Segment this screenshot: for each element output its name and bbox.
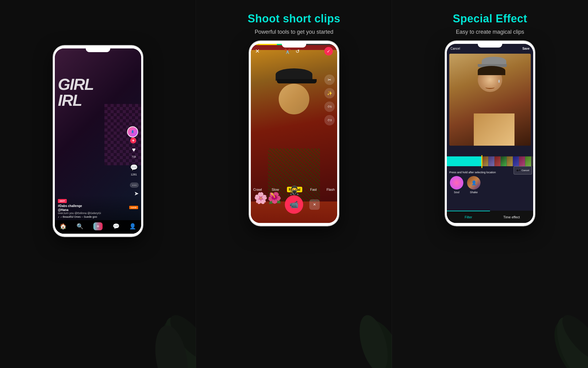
gallery-button[interactable]: ✕ (309, 199, 320, 210)
right-panel-header: Special Effect Easy to create magical cl… (453, 0, 527, 41)
like-icon-item[interactable]: ♥ 71k (129, 145, 139, 158)
nav-add-button[interactable]: + (93, 222, 102, 230)
thumb-4 (501, 156, 507, 166)
cap-top (276, 68, 312, 81)
bottom-nav: 🏠 🔍 + 💬 👤 (55, 220, 141, 234)
speed-fast[interactable]: Fast (308, 187, 318, 192)
comment-count: 1281 (131, 173, 137, 176)
cancel-x-icon[interactable]: ✕ (313, 202, 316, 207)
speed-crawl[interactable]: Crawl (251, 187, 264, 192)
cap-brim (277, 79, 317, 83)
video-preview-area (449, 54, 531, 146)
camera-capture-area: 📹 ✕ (251, 195, 337, 214)
center-panel-header: Shoot short clips Powerful tools to get … (248, 0, 341, 41)
panel-right: Special Effect Easy to create magical cl… (392, 0, 588, 368)
camera-confirm-button[interactable]: ✓ (324, 47, 333, 56)
phone-screen-left: GIRLIRL 👤 + ♥ 71k 💬 1281 (55, 48, 141, 234)
timeline-thumbnails (482, 156, 533, 166)
like-count: 71k (132, 155, 136, 158)
effects-cancel-small-button[interactable]: ↩ Cancel (514, 166, 532, 174)
tool-timer3[interactable]: ⏱3 (324, 115, 335, 125)
preview-hair (478, 66, 505, 75)
thumb-1 (482, 156, 488, 166)
tab-filter[interactable]: Filter (447, 211, 490, 223)
nav-home[interactable]: 🏠 (60, 223, 66, 230)
timeline-marker (481, 155, 482, 168)
tool-timer5[interactable]: ⏱5 (324, 102, 335, 112)
shake-filter-label: Shake (470, 191, 478, 194)
song-text: ♪ ♪ Beautiful Ones – Suede goo (58, 215, 138, 218)
nav-discover[interactable]: 🔍 (77, 223, 83, 230)
phone-mockup-right: Cancel Save (446, 41, 534, 225)
music-note-icon: ♪ (58, 215, 59, 218)
phone-notch-center (282, 41, 306, 48)
undo-icon: ↩ (516, 167, 520, 173)
phone-mockup-left: GIRLIRL 👤 + ♥ 71k 💬 1281 (54, 46, 142, 236)
timeline-strip (447, 156, 533, 166)
right-title: Special Effect (453, 12, 527, 25)
shake-avatar: 👤 (467, 176, 481, 190)
thumb-5 (507, 156, 513, 166)
heart-icon[interactable]: ♥ (129, 145, 139, 155)
follow-plus-button[interactable]: + (130, 137, 136, 144)
effects-status-area: Press and hold after selecting location (449, 169, 509, 174)
phone-screen-right: Cancel Save (447, 44, 533, 223)
girl-text-overlay: GIRLIRL (58, 76, 93, 108)
tab-time-effect[interactable]: Time effect (490, 211, 533, 223)
panel-divider-left (196, 0, 196, 368)
preview-smile (485, 86, 495, 89)
song-name: ♪ Beautiful Ones – Suede goo (61, 215, 97, 218)
camera-effects-buttons: ✂️ ↺ (285, 48, 300, 54)
shake-filter-circle: 👤 (467, 176, 481, 190)
camera-close-button[interactable]: ✕ (255, 48, 260, 55)
ninja-tools-icon: 🥷 (288, 184, 300, 196)
camera-tools: ✂ ✨ ⏱5 ⏱3 (324, 75, 335, 125)
soul-filter-label: Soul (454, 191, 459, 194)
effects-save-label[interactable]: Save (522, 47, 530, 50)
thumb-3 (495, 156, 501, 166)
username-text: @Hana (58, 208, 138, 212)
thumb-2 (488, 156, 495, 166)
filter-items-row: Soul 👤 Shake (447, 176, 533, 194)
filter-shake-item[interactable]: 👤 Shake (467, 176, 481, 194)
camera-effects-icon[interactable]: ✂️ (285, 48, 291, 54)
phone-notch-right (478, 41, 502, 48)
preview-earring (498, 80, 500, 83)
phone-mockup-center: ✕ ✂️ ↺ ✓ 🌸� (250, 41, 338, 225)
camera-person-area (251, 50, 337, 201)
camera-rotate-icon[interactable]: ↺ (296, 48, 300, 54)
progress-yellow (251, 44, 277, 45)
phone-notch-left (86, 46, 110, 52)
thumb-8 (525, 156, 531, 166)
filter-soul-item[interactable]: Soul (450, 176, 463, 194)
video-preview-inner (449, 54, 531, 146)
effects-cancel-label[interactable]: Cancel (450, 47, 460, 50)
nav-add[interactable]: + (93, 222, 102, 230)
soul-filter-circle (450, 176, 463, 190)
hot-badge: HOT (58, 199, 67, 203)
panel-left: GIRLIRL 👤 + ♥ 71k 💬 1281 (0, 0, 196, 368)
comments-bubble: • • • (130, 182, 139, 188)
comment-icon-item[interactable]: 💬 1281 (129, 163, 139, 176)
effects-status-text: Press and hold after selecting location (449, 171, 496, 174)
speed-flash[interactable]: Flash (325, 187, 337, 192)
hashtag-text: #Dabs challenge (58, 204, 138, 208)
preview-body (474, 113, 514, 146)
timeline-cyan-section (447, 156, 481, 166)
suede-tag: suede (129, 206, 138, 209)
thumb-6 (513, 156, 519, 166)
tool-magic[interactable]: ✨ (324, 88, 335, 98)
nav-profile[interactable]: 👤 (129, 223, 136, 230)
tool-scissors[interactable]: ✂ (324, 75, 335, 85)
comment-icon[interactable]: 💬 (129, 163, 139, 172)
center-subtitle: Powerful tools to get you started (248, 29, 341, 35)
effects-bottom-tabs: Filter Time effect (447, 211, 533, 223)
capture-button[interactable]: 📹 (285, 195, 303, 214)
speed-slow[interactable]: Slow (270, 187, 281, 192)
description-text: over,turn you @Eelinna @GeleryGi (58, 212, 138, 215)
nav-messages[interactable]: 💬 (113, 223, 119, 230)
camera-topbar: ✕ ✂️ ↺ ✓ (251, 47, 337, 56)
preview-face-area (449, 54, 531, 146)
thumb-7 (519, 156, 525, 166)
face-skin (279, 84, 309, 114)
